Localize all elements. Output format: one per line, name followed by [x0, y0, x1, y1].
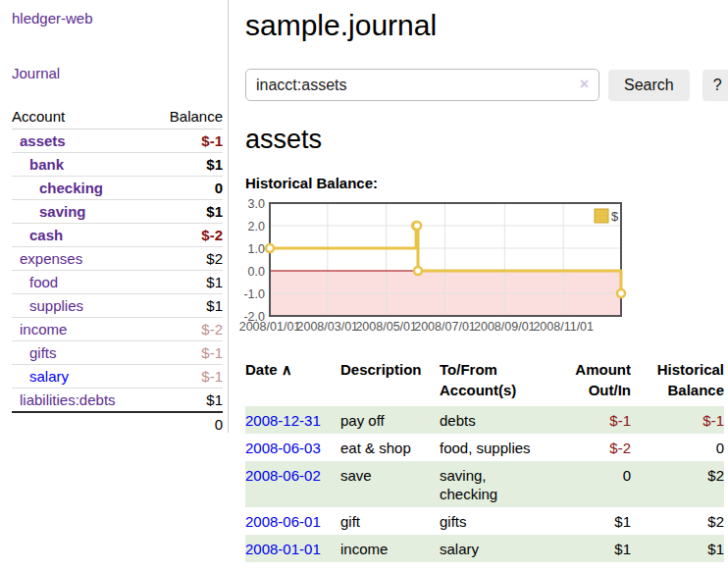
account-balance: $-2	[151, 224, 223, 247]
account-row: liabilities:debts$1	[12, 389, 223, 413]
register-balance-cell: $2	[631, 507, 724, 535]
register-row: 2008-06-01giftgifts$1$2	[245, 507, 724, 535]
register-col-description: Description	[340, 357, 440, 406]
transaction-date-link[interactable]: 2008-06-02	[245, 467, 321, 484]
register-description-cell: gift	[340, 507, 440, 535]
account-balance: $1	[151, 271, 223, 294]
account-row: expenses$2	[12, 247, 223, 271]
amount-value: $1	[614, 541, 631, 557]
account-balance: $1	[151, 153, 223, 177]
accounts-table: Account Balance assets$-1bank$1checking0…	[12, 104, 223, 436]
balance-value: $-1	[702, 412, 724, 429]
account-row: food$1	[12, 271, 223, 294]
account-cell: supplies	[12, 294, 151, 318]
data-point-marker	[413, 222, 421, 230]
search-input[interactable]	[245, 69, 599, 101]
register-col-balance: Historical Balance	[631, 357, 724, 406]
chart-title: Historical Balance:	[245, 175, 728, 191]
balance-value: $1	[707, 541, 724, 557]
account-link[interactable]: assets	[20, 132, 66, 149]
account-link[interactable]: salary	[29, 368, 69, 385]
clear-search-icon[interactable]: ×	[580, 76, 589, 93]
register-amount-cell: 0	[549, 461, 631, 507]
register-row: 2008-12-31pay offdebts$-1$-1	[245, 406, 724, 434]
register-description-cell: pay off	[340, 406, 440, 434]
y-tick-label: 3.0	[248, 197, 265, 211]
sidebar: hledger-web Journal Account Balance asse…	[0, 0, 229, 433]
x-tick-label: 2008/11/01	[533, 320, 594, 334]
x-tick-label: 2008/07/01	[414, 320, 476, 334]
x-tick-label: 2008/01/01	[239, 320, 301, 334]
amount-value: $1	[614, 513, 631, 530]
account-cell: gifts	[12, 341, 151, 365]
transaction-date-link[interactable]: 2008-06-01	[245, 513, 321, 530]
amount-value: 0	[623, 467, 631, 484]
legend-swatch	[595, 209, 608, 223]
account-link[interactable]: food	[29, 274, 58, 290]
account-link[interactable]: liabilities:debts	[20, 391, 116, 408]
y-tick-label: 0.0	[248, 265, 265, 279]
account-link[interactable]: bank	[29, 156, 64, 173]
transaction-date-link[interactable]: 2008-12-31	[245, 412, 321, 429]
account-cell: bank	[12, 153, 151, 177]
search-button[interactable]: Search	[608, 70, 690, 101]
register-balance-cell: $1	[631, 535, 724, 562]
y-tick-label: 2.0	[248, 220, 265, 234]
account-link[interactable]: saving	[39, 203, 86, 220]
legend-label: $	[611, 209, 619, 224]
search-form: × Search ?	[245, 69, 728, 101]
accounts-table-body: assets$-1bank$1checking0saving$1cash$-2e…	[12, 130, 223, 413]
search-box: ×	[245, 69, 599, 101]
transaction-date-link[interactable]: 2008-06-03	[245, 440, 321, 456]
help-button[interactable]: ?	[702, 70, 728, 101]
register-col-date-label: Date	[245, 361, 278, 378]
account-link[interactable]: expenses	[20, 250, 82, 267]
account-link[interactable]: supplies	[29, 297, 83, 314]
register-description-cell: save	[340, 461, 440, 507]
y-tick-label: 1.0	[248, 242, 265, 256]
register-col-date[interactable]: Date ∧	[245, 357, 340, 406]
register-col-accounts: To/From Account(s)	[440, 357, 549, 406]
transaction-date-link[interactable]: 2008-01-01	[245, 541, 321, 557]
account-link[interactable]: checking	[39, 180, 103, 196]
account-row: income$-2	[12, 318, 223, 341]
register-accounts-cell: gifts	[440, 507, 549, 535]
register-accounts-cell: debts	[440, 406, 549, 434]
register-description-cell: eat & shop	[340, 434, 440, 461]
brand-link[interactable]: hledger-web	[12, 10, 223, 27]
balance-value: $2	[707, 467, 724, 484]
register-accounts-cell: food, supplies	[440, 434, 549, 461]
account-cell: salary	[12, 365, 151, 389]
accounts-col-account: Account	[12, 104, 151, 130]
account-cell: expenses	[12, 247, 151, 271]
account-row: gifts$-1	[12, 341, 223, 365]
account-balance: $-1	[151, 130, 223, 153]
register-accounts-cell: saving, checking	[440, 461, 549, 507]
register-date-cell: 2008-06-03	[245, 434, 340, 461]
sidebar-item-journal[interactable]: Journal	[12, 65, 223, 82]
x-tick-label: 2008/09/01	[474, 320, 536, 334]
amount-value: $-1	[609, 412, 631, 429]
y-tick-label: -1.0	[243, 287, 265, 301]
x-tick-label: 2008/05/01	[355, 320, 417, 334]
account-link[interactable]: gifts	[29, 344, 57, 361]
app: hledger-web Journal Account Balance asse…	[0, 0, 728, 562]
register-amount-cell: $1	[549, 535, 631, 562]
account-link[interactable]: cash	[29, 227, 63, 243]
register-date-cell: 2008-12-31	[245, 406, 340, 434]
account-row: salary$-1	[12, 365, 223, 389]
account-balance: $-2	[151, 318, 223, 341]
data-point-marker	[414, 267, 422, 275]
accounts-header-row: Account Balance	[12, 104, 223, 130]
register-col-amount: Amount Out/In	[549, 357, 631, 406]
balance-value: 0	[716, 440, 724, 456]
main-content: sample.journal × Search ? assets Histori…	[229, 0, 728, 562]
x-tick-label: 2008/03/01	[297, 320, 359, 334]
data-point-marker	[617, 289, 625, 297]
account-balance: $-1	[151, 365, 223, 389]
account-balance: $-1	[151, 341, 223, 365]
balance-chart: $3.02.01.00.0-1.0-2.02008/01/012008/03/0…	[238, 199, 728, 337]
balance-value: $2	[707, 513, 724, 530]
account-link[interactable]: income	[20, 321, 67, 337]
register-balance-cell: $2	[631, 461, 724, 507]
